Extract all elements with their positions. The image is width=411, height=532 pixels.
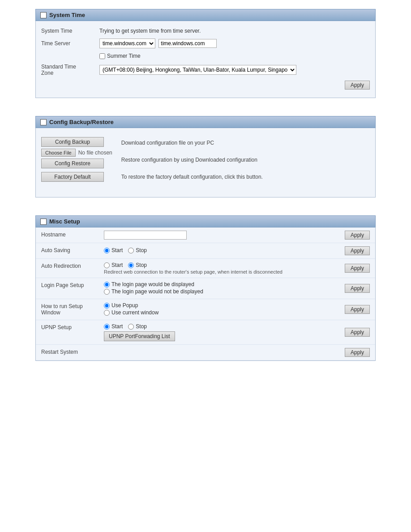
config-restore-button[interactable]: Config Restore xyxy=(41,159,104,168)
time-server-value: time.windows.com pool.ntp.org time.nist.… xyxy=(94,36,375,51)
summer-time-value: Summer Time xyxy=(94,51,375,61)
desc-factory-text: To restore the factory default configura… xyxy=(121,174,263,180)
summer-time-row: Summer Time xyxy=(36,51,375,61)
time-server-input[interactable] xyxy=(158,39,217,48)
timezone-label-text: Standard Time Zone xyxy=(41,64,76,76)
restart-value xyxy=(98,345,339,360)
login-display-yes-label: The login page would be displayed xyxy=(111,281,194,287)
auto-redirection-value: Start Stop Redirect web connection to th… xyxy=(98,259,339,278)
use-popup-radio[interactable] xyxy=(104,303,110,309)
time-server-row: Time Server time.windows.com pool.ntp.or… xyxy=(36,36,375,51)
login-page-no-display-row: The login page would not be displayed xyxy=(104,288,334,295)
config-backup-section: Config Backup/Restore Config Backup Choo… xyxy=(35,116,376,197)
upnp-radio-row: Start Stop xyxy=(104,323,334,330)
upnp-start-radio[interactable] xyxy=(104,324,110,330)
config-backup-header: Config Backup/Restore xyxy=(35,116,376,128)
timezone-select[interactable]: (GMT+08:00) Beijing, Hongkong, TaiWan, U… xyxy=(99,65,296,75)
use-current-window-radio[interactable] xyxy=(104,310,110,316)
upnp-stop-radio[interactable] xyxy=(128,324,134,330)
timezone-value: (GMT+08:00) Beijing, Hongkong, TaiWan, U… xyxy=(94,61,375,78)
system-time-label: System Time xyxy=(36,26,94,36)
upnp-port-row: UPNP PortForwading List xyxy=(104,331,334,341)
hostname-label: Hostname xyxy=(36,227,98,243)
time-server-select[interactable]: time.windows.com pool.ntp.org time.nist.… xyxy=(99,39,155,48)
system-time-section: System Time System Time Trying to get sy… xyxy=(35,9,376,98)
auto-redirect-stop-radio[interactable] xyxy=(128,262,134,268)
summer-time-label-row: Summer Time xyxy=(99,53,370,59)
hostname-apply-button[interactable]: Apply xyxy=(345,231,370,240)
how-to-run-apply-cell: Apply xyxy=(339,299,375,320)
auto-saving-label: Auto Saving xyxy=(36,243,98,259)
login-display-yes-radio[interactable] xyxy=(104,282,110,287)
desc-backup-text: Download configuration file on your PC xyxy=(121,140,214,146)
use-popup-label: Use Popup xyxy=(111,302,138,309)
auto-saving-stop-label: Stop xyxy=(136,247,147,253)
section-icon xyxy=(40,219,47,225)
section-icon xyxy=(40,119,47,125)
system-time-status-text: Trying to get system time from time serv… xyxy=(99,28,201,34)
upnp-apply-button[interactable]: Apply xyxy=(345,328,370,337)
auto-saving-apply-button[interactable]: Apply xyxy=(345,246,370,255)
how-to-run-row: How to run Setup Window Use Popup Use cu… xyxy=(36,299,375,320)
upnp-stop-label: Stop xyxy=(136,323,147,330)
auto-redirect-stop-label: Stop xyxy=(136,262,147,268)
restart-row: Restart System Apply xyxy=(36,345,375,360)
auto-saving-start-radio[interactable] xyxy=(104,248,110,253)
misc-setup-body: Hostname Apply Auto Saving Start Stop xyxy=(35,227,376,361)
desc-backup: Download configuration file on your PC xyxy=(121,137,370,146)
config-backup-body: Config Backup Choose File No file chosen… xyxy=(35,128,376,197)
upnp-port-forwarding-button[interactable]: UPNP PortForwading List xyxy=(104,331,175,341)
login-display-no-label: The login page would not be displayed xyxy=(111,288,203,295)
auto-saving-row: Auto Saving Start Stop Apply xyxy=(36,243,375,259)
system-time-apply-button[interactable]: Apply xyxy=(345,81,370,90)
login-page-label: Login Page Setup xyxy=(36,278,98,299)
auto-saving-value: Start Stop xyxy=(98,243,339,259)
desc-restore: Restore configuration by using Downloade… xyxy=(121,154,370,163)
auto-redirect-start-radio[interactable] xyxy=(104,262,110,268)
auto-saving-stop-radio[interactable] xyxy=(128,248,134,253)
hostname-input[interactable] xyxy=(104,231,187,240)
config-layout: Config Backup Choose File No file chosen… xyxy=(36,133,375,193)
login-page-apply-cell: Apply xyxy=(339,278,375,299)
auto-redirection-desc: Redirect web connection to the router's … xyxy=(104,269,334,275)
summer-time-label-empty xyxy=(36,51,94,61)
config-backup-button[interactable]: Config Backup xyxy=(41,137,104,147)
how-to-run-apply-button[interactable]: Apply xyxy=(345,305,370,314)
how-to-run-label: How to run Setup Window xyxy=(36,299,98,320)
system-time-apply-row: Apply xyxy=(36,78,375,93)
upnp-start-label: Start xyxy=(111,323,123,330)
misc-setup-title: Misc Setup xyxy=(49,218,80,225)
misc-setup-section: Misc Setup Hostname Apply Auto Saving xyxy=(35,215,376,361)
system-time-header: System Time xyxy=(35,9,376,21)
how-to-run-label-text: How to run Setup Window xyxy=(41,303,83,316)
upnp-value: Start Stop UPNP PortForwading List xyxy=(98,320,339,345)
auto-redirection-apply-button[interactable]: Apply xyxy=(345,264,370,273)
how-to-run-value: Use Popup Use current window xyxy=(98,299,339,320)
summer-time-checkbox[interactable] xyxy=(99,53,105,59)
section-icon xyxy=(40,12,47,18)
misc-setup-header: Misc Setup xyxy=(35,215,376,227)
config-buttons: Config Backup Choose File No file chosen… xyxy=(41,137,112,188)
login-page-display-row: The login page would be displayed xyxy=(104,281,334,287)
auto-redirection-radio-row: Start Stop xyxy=(104,262,334,268)
no-file-chosen-text: No file chosen xyxy=(78,150,112,156)
misc-table: Hostname Apply Auto Saving Start Stop xyxy=(36,227,375,360)
config-backup-title: Config Backup/Restore xyxy=(49,119,114,125)
hostname-row: Hostname Apply xyxy=(36,227,375,243)
hostname-value xyxy=(98,227,339,243)
login-page-apply-button[interactable]: Apply xyxy=(345,284,370,293)
hostname-apply-cell: Apply xyxy=(339,227,375,243)
auto-saving-radio-row: Start Stop xyxy=(104,247,334,253)
auto-redirection-row: Auto Redirection Start Stop Redirect web… xyxy=(36,259,375,278)
choose-file-button[interactable]: Choose File xyxy=(41,149,76,157)
system-time-status: Trying to get system time from time serv… xyxy=(94,26,375,36)
restart-apply-button[interactable]: Apply xyxy=(345,348,370,357)
login-display-no-radio[interactable] xyxy=(104,289,110,295)
factory-default-button[interactable]: Factory Default xyxy=(41,172,104,182)
config-descriptions: Download configuration file on your PC R… xyxy=(121,137,370,188)
auto-redirect-start-label: Start xyxy=(111,262,123,268)
system-time-table: System Time Trying to get system time fr… xyxy=(36,26,375,78)
auto-saving-start-label: Start xyxy=(111,247,123,253)
login-page-row: Login Page Setup The login page would be… xyxy=(36,278,375,299)
restart-apply-cell: Apply xyxy=(339,345,375,360)
